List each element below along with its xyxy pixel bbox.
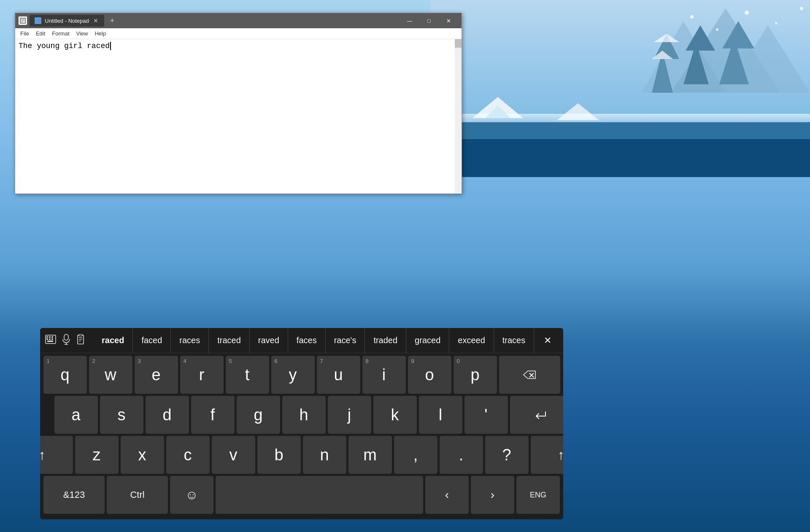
key-r[interactable]: 4r bbox=[180, 356, 224, 394]
editor-text: The young girl raced bbox=[19, 42, 110, 50]
key-q[interactable]: 1q bbox=[43, 356, 87, 394]
key-l[interactable]: l bbox=[419, 396, 462, 434]
keyboard-toolbar-icons bbox=[45, 334, 93, 347]
tab-close-button[interactable]: ✕ bbox=[92, 17, 99, 24]
key-t[interactable]: 5t bbox=[226, 356, 269, 394]
key-u[interactable]: 7u bbox=[317, 356, 360, 394]
menu-help[interactable]: Help bbox=[91, 28, 109, 39]
app-icon bbox=[19, 16, 27, 25]
svg-point-15 bbox=[690, 15, 694, 19]
clipboard-icon[interactable] bbox=[76, 334, 85, 347]
key-row-zm: ↑ z x c v b n m , . ? ↑ bbox=[43, 436, 560, 474]
suggestions-list: raced faced races traced raved faces rac… bbox=[93, 328, 537, 353]
suggestion-races-apos[interactable]: race's bbox=[326, 328, 365, 353]
key-left-arrow[interactable]: ‹ bbox=[425, 476, 469, 514]
suggestion-raved[interactable]: raved bbox=[250, 328, 288, 353]
key-f[interactable]: f bbox=[191, 396, 235, 434]
suggestion-races[interactable]: races bbox=[171, 328, 209, 353]
suggestion-traced[interactable]: traced bbox=[209, 328, 250, 353]
suggestion-graced[interactable]: graced bbox=[406, 328, 449, 353]
window-controls: — □ ✕ bbox=[400, 14, 458, 27]
svg-rect-31 bbox=[51, 336, 53, 338]
svg-point-17 bbox=[745, 11, 749, 15]
maximize-button[interactable]: □ bbox=[419, 14, 439, 27]
key-a[interactable]: a bbox=[54, 396, 98, 434]
key-e[interactable]: 3e bbox=[135, 356, 178, 394]
suggestion-raced[interactable]: raced bbox=[93, 328, 133, 353]
key-rows: 1q 2w 3e 4r 5t 6y 7u 8i 9o 0p a s d f g … bbox=[40, 353, 563, 519]
tab-file-icon bbox=[35, 17, 41, 24]
svg-rect-34 bbox=[51, 339, 53, 340]
key-backspace[interactable] bbox=[499, 356, 560, 394]
svg-rect-33 bbox=[49, 339, 51, 340]
key-b[interactable]: b bbox=[257, 436, 301, 474]
svg-rect-35 bbox=[47, 341, 53, 342]
key-w[interactable]: 2w bbox=[89, 356, 132, 394]
key-question[interactable]: ? bbox=[485, 436, 529, 474]
suggestion-traded[interactable]: traded bbox=[365, 328, 406, 353]
titlebar: Untitled - Notepad ✕ + — □ ✕ bbox=[15, 13, 462, 28]
key-h[interactable]: h bbox=[282, 396, 326, 434]
key-v[interactable]: v bbox=[212, 436, 255, 474]
key-period[interactable]: . bbox=[440, 436, 483, 474]
suggestion-exceed[interactable]: exceed bbox=[449, 328, 494, 353]
key-m[interactable]: m bbox=[348, 436, 392, 474]
key-k[interactable]: k bbox=[373, 396, 417, 434]
new-tab-button[interactable]: + bbox=[107, 16, 118, 25]
key-j[interactable]: j bbox=[328, 396, 371, 434]
svg-rect-13 bbox=[430, 139, 810, 177]
key-y[interactable]: 6y bbox=[271, 356, 315, 394]
text-cursor bbox=[110, 42, 111, 50]
suggestion-faced[interactable]: faced bbox=[133, 328, 171, 353]
key-language[interactable]: ENG bbox=[516, 476, 560, 514]
key-apostrophe[interactable]: ' bbox=[464, 396, 508, 434]
minimize-button[interactable]: — bbox=[400, 14, 419, 27]
suggestion-faces[interactable]: faces bbox=[288, 328, 326, 353]
key-i[interactable]: 8i bbox=[362, 356, 406, 394]
keyboard-layout-icon[interactable] bbox=[45, 335, 56, 346]
close-button[interactable]: ✕ bbox=[439, 14, 458, 27]
key-o[interactable]: 9o bbox=[408, 356, 451, 394]
touch-keyboard: raced faced races traced raved faces rac… bbox=[40, 328, 563, 519]
editor-content: The young girl raced bbox=[19, 42, 458, 50]
key-row-bottom: &123 Ctrl ☺ ‹ › ENG bbox=[43, 476, 560, 514]
key-enter[interactable] bbox=[510, 396, 564, 434]
key-row-al: a s d f g h j k l ' bbox=[43, 396, 560, 434]
menubar: File Edit Format View Help bbox=[15, 28, 462, 39]
key-ctrl[interactable]: Ctrl bbox=[107, 476, 168, 514]
key-c[interactable]: c bbox=[166, 436, 210, 474]
keyboard-close-button[interactable]: ✕ bbox=[537, 335, 558, 346]
key-comma[interactable]: , bbox=[394, 436, 437, 474]
menu-file[interactable]: File bbox=[17, 28, 32, 39]
scrollbar-thumb[interactable] bbox=[455, 39, 462, 48]
key-emoji[interactable]: ☺ bbox=[170, 476, 213, 514]
svg-rect-40 bbox=[79, 334, 82, 336]
key-space[interactable] bbox=[216, 476, 423, 514]
autocomplete-toolbar: raced faced races traced raved faces rac… bbox=[40, 328, 563, 353]
active-tab[interactable]: Untitled - Notepad ✕ bbox=[30, 15, 104, 27]
suggestion-traces[interactable]: traces bbox=[494, 328, 534, 353]
microphone-icon[interactable] bbox=[62, 334, 70, 347]
key-d[interactable]: d bbox=[146, 396, 189, 434]
key-symbols[interactable]: &123 bbox=[43, 476, 105, 514]
key-shift-right[interactable]: ↑ bbox=[531, 436, 564, 474]
key-p[interactable]: 0p bbox=[454, 356, 497, 394]
key-x[interactable]: x bbox=[121, 436, 164, 474]
key-shift-left[interactable]: ↑ bbox=[40, 436, 73, 474]
background-illustration bbox=[430, 0, 810, 177]
key-g[interactable]: g bbox=[237, 396, 280, 434]
svg-point-16 bbox=[716, 28, 718, 31]
tab-title: Untitled - Notepad bbox=[45, 18, 89, 24]
menu-view[interactable]: View bbox=[73, 28, 92, 39]
key-n[interactable]: n bbox=[303, 436, 346, 474]
svg-rect-36 bbox=[64, 334, 68, 340]
key-row-qp: 1q 2w 3e 4r 5t 6y 7u 8i 9o 0p bbox=[43, 356, 560, 394]
menu-edit[interactable]: Edit bbox=[32, 28, 49, 39]
editor-area[interactable]: The young girl raced bbox=[15, 39, 462, 193]
svg-rect-30 bbox=[49, 336, 51, 338]
vertical-scrollbar[interactable] bbox=[455, 39, 462, 193]
key-z[interactable]: z bbox=[75, 436, 119, 474]
key-s[interactable]: s bbox=[100, 396, 143, 434]
menu-format[interactable]: Format bbox=[49, 28, 73, 39]
key-right-arrow[interactable]: › bbox=[471, 476, 514, 514]
